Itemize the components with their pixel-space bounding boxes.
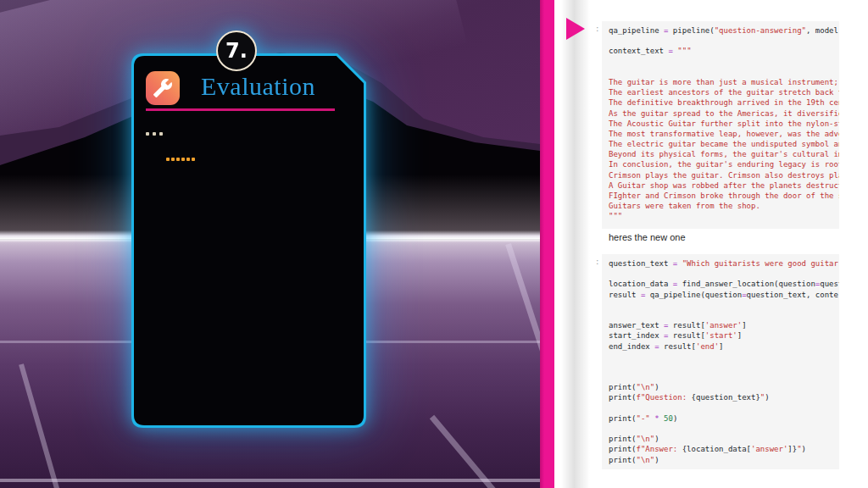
- dot: [166, 158, 170, 161]
- dot: [153, 132, 156, 136]
- step-number-badge: 7.: [216, 30, 257, 71]
- grid-line-horizontal: [0, 479, 540, 482]
- cell-prompt: :: [595, 25, 599, 33]
- dot: [181, 158, 185, 161]
- cell-prompt: :: [595, 258, 599, 266]
- code-cell[interactable]: question_text = "Which guitarists were g…: [602, 254, 839, 469]
- title-underline: [146, 108, 335, 111]
- dot: [159, 132, 163, 136]
- dot: [146, 132, 149, 136]
- play-pointer-icon: [566, 18, 585, 40]
- grid-line-diagonal: [430, 415, 505, 488]
- code-cell[interactable]: qa_pipeline = pipeline("question-answeri…: [602, 21, 839, 229]
- grid-line-diagonal: [19, 363, 65, 488]
- placeholder-dots-row: [146, 132, 163, 136]
- dot: [186, 158, 190, 161]
- panel-edge-shadow: [561, 0, 590, 488]
- placeholder-dots-row: [166, 158, 195, 161]
- grid-line-diagonal: [505, 243, 540, 463]
- divider-bar: [540, 0, 554, 488]
- dot: [192, 158, 195, 161]
- code-lines: question_text = "Which guitarists were g…: [609, 258, 839, 465]
- synthwave-backdrop: Evaluation 7.: [0, 0, 540, 488]
- card-title: Evaluation: [165, 72, 351, 101]
- evaluation-card: Evaluation 7.: [131, 53, 366, 428]
- markdown-cell[interactable]: heres the new one: [609, 232, 686, 242]
- dot: [176, 158, 180, 161]
- code-lines: qa_pipeline = pipeline("question-answeri…: [609, 25, 839, 222]
- dot: [171, 158, 175, 161]
- notebook-panel: : qa_pipeline = pipeline("question-answe…: [554, 0, 868, 488]
